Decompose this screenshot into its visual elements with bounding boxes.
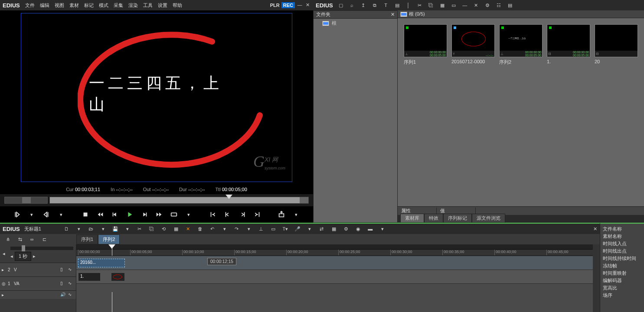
- plr-mode-button[interactable]: PLR: [270, 3, 280, 8]
- info-item[interactable]: 场序: [603, 292, 641, 299]
- scrub-playhead[interactable]: [226, 195, 232, 199]
- clip-icon[interactable]: ▭: [450, 2, 457, 9]
- folder-panel-close-icon[interactable]: ✕: [391, 12, 395, 17]
- sequence-tab[interactable]: 序列2: [98, 234, 120, 244]
- bin-tab[interactable]: 特效: [424, 214, 443, 223]
- copy-icon[interactable]: ⿻: [148, 225, 156, 233]
- marker-track[interactable]: [76, 244, 593, 250]
- bin-item[interactable]: T--:--:--20160712-0000: [451, 24, 495, 64]
- menu-edit[interactable]: 编辑: [40, 2, 49, 9]
- tc-out-value[interactable]: --:--:--;--: [152, 187, 169, 192]
- info-item[interactable]: 文件名称: [603, 225, 641, 233]
- menu-settings[interactable]: 设置: [158, 2, 167, 9]
- new-seq-icon[interactable]: ⧉: [371, 2, 378, 9]
- track-va1[interactable]: 1.: [76, 270, 593, 283]
- chevron-down-icon[interactable]: ▾: [379, 225, 386, 233]
- menu-file[interactable]: 文件: [25, 2, 35, 9]
- info-item[interactable]: 时间线持续时间: [603, 255, 641, 262]
- chevron-down-icon[interactable]: ▾: [245, 225, 253, 233]
- new-icon[interactable]: 🗋: [63, 225, 71, 233]
- menu-marker[interactable]: 标记: [84, 2, 94, 9]
- scale-left-button[interactable]: ◂: [3, 251, 9, 257]
- shuttle-slider[interactable]: [4, 197, 48, 204]
- replace-icon[interactable]: ⟲: [160, 225, 168, 233]
- menu-view[interactable]: 视图: [55, 2, 64, 9]
- stop-button[interactable]: [80, 209, 91, 220]
- menu-render[interactable]: 渲染: [128, 2, 138, 9]
- split-icon[interactable]: ⊥: [257, 225, 265, 233]
- transition-icon[interactable]: ▭: [269, 225, 277, 233]
- undo-icon[interactable]: ↶: [209, 225, 216, 233]
- track-header-audio-sub[interactable]: ▸ 🔊 ∿: [0, 290, 76, 299]
- bin-item[interactable]: ⊟00:00:00:0000:00:05:001.: [547, 24, 590, 64]
- track-audio-sub[interactable]: [76, 283, 593, 292]
- property-header-val[interactable]: 值: [437, 208, 476, 214]
- video-icon[interactable]: ▯: [60, 281, 66, 287]
- close-button[interactable]: ✕: [304, 2, 311, 8]
- track-header-v2[interactable]: ▸ 2 V ▯ ∿: [0, 263, 76, 276]
- redo-icon[interactable]: ↷: [233, 225, 241, 233]
- view-list-icon[interactable]: ☷: [495, 2, 502, 9]
- chevron-down-icon[interactable]: ▾: [306, 225, 314, 233]
- paste-icon[interactable]: ▦: [172, 225, 180, 233]
- info-item[interactable]: 宽高比: [603, 284, 641, 292]
- loop-button[interactable]: [169, 209, 179, 220]
- chevron-down-icon[interactable]: ▾: [99, 225, 107, 233]
- tool-b-icon[interactable]: ⇆: [16, 236, 24, 243]
- dropdown-export-icon[interactable]: ▾: [291, 209, 301, 220]
- save-icon[interactable]: 💾: [111, 225, 119, 233]
- bin-item[interactable]: 一二三四五，上山⊥00:00:00:0000:00:05:00序列2: [499, 24, 543, 65]
- ripple-delete-icon[interactable]: ✕: [184, 225, 192, 233]
- title-tool-icon[interactable]: T▾: [281, 225, 289, 233]
- dropdown-out-icon[interactable]: ▾: [56, 209, 66, 220]
- menu-tools[interactable]: 工具: [143, 2, 153, 9]
- scrub-bar[interactable]: [49, 197, 309, 204]
- chevron-down-icon[interactable]: ▾: [221, 225, 229, 233]
- toggle-icon[interactable]: ⇄: [318, 225, 326, 233]
- expand-icon[interactable]: ▸: [2, 267, 6, 272]
- video-icon[interactable]: ▯: [60, 267, 66, 273]
- tc-cur-value[interactable]: 00:00:03;11: [75, 187, 100, 192]
- tool-c-icon[interactable]: ∞: [28, 236, 36, 243]
- play-button[interactable]: [124, 209, 135, 220]
- link-icon[interactable]: ∿: [68, 292, 74, 298]
- clip-v2[interactable]: 20160...: [78, 259, 125, 267]
- fast-forward-button[interactable]: [154, 209, 164, 220]
- rec-mode-button[interactable]: REC: [281, 2, 295, 8]
- set-out-button[interactable]: [41, 209, 52, 220]
- copy-icon[interactable]: ⿻: [428, 2, 435, 9]
- next-edit-button[interactable]: [237, 209, 248, 220]
- tool-d-icon[interactable]: ⊏: [40, 236, 49, 243]
- speaker-icon[interactable]: 🔊: [60, 292, 66, 298]
- dropdown-loop-icon[interactable]: ▾: [183, 209, 194, 220]
- tc-dur-value[interactable]: --:--:--;--: [188, 187, 205, 192]
- info-item[interactable]: 冻结帧: [603, 262, 641, 270]
- record-icon[interactable]: ◉: [354, 225, 362, 233]
- view-thumb-icon[interactable]: ▤: [507, 2, 513, 9]
- menu-capture[interactable]: 采集: [114, 2, 123, 9]
- settings-icon[interactable]: ⚙: [342, 225, 350, 233]
- info-item[interactable]: 时间线出点: [603, 247, 641, 255]
- delete-icon[interactable]: —: [461, 2, 468, 9]
- chevron-down-icon[interactable]: ▾: [75, 225, 83, 233]
- export-button[interactable]: [276, 209, 287, 220]
- rewind-button[interactable]: [95, 209, 105, 220]
- bin-tab[interactable]: 序列标记: [443, 214, 472, 223]
- scale-prev-icon[interactable]: ◂: [10, 254, 13, 259]
- paste-icon[interactable]: ▦: [439, 2, 446, 9]
- eye-icon[interactable]: ◎: [2, 281, 6, 286]
- timeline-vscroll[interactable]: [593, 244, 600, 312]
- next-frame-button[interactable]: [139, 209, 150, 220]
- delete-icon[interactable]: 🗑: [196, 225, 204, 233]
- link-icon[interactable]: ∿: [68, 281, 74, 287]
- bin-tab[interactable]: 素材库: [400, 214, 424, 223]
- tc-ttl-value[interactable]: 00:00:05;00: [222, 187, 247, 192]
- bin-item[interactable]: ⊟20: [595, 24, 638, 64]
- link-icon[interactable]: ∿: [68, 267, 74, 273]
- color-icon[interactable]: ▤: [394, 2, 401, 9]
- cut-icon[interactable]: ✂: [416, 2, 423, 9]
- info-item[interactable]: 编解码器: [603, 277, 641, 284]
- open-icon[interactable]: 🗁: [87, 225, 95, 233]
- info-item[interactable]: 时间线入点: [603, 240, 641, 247]
- prev-edit-button[interactable]: [222, 209, 233, 220]
